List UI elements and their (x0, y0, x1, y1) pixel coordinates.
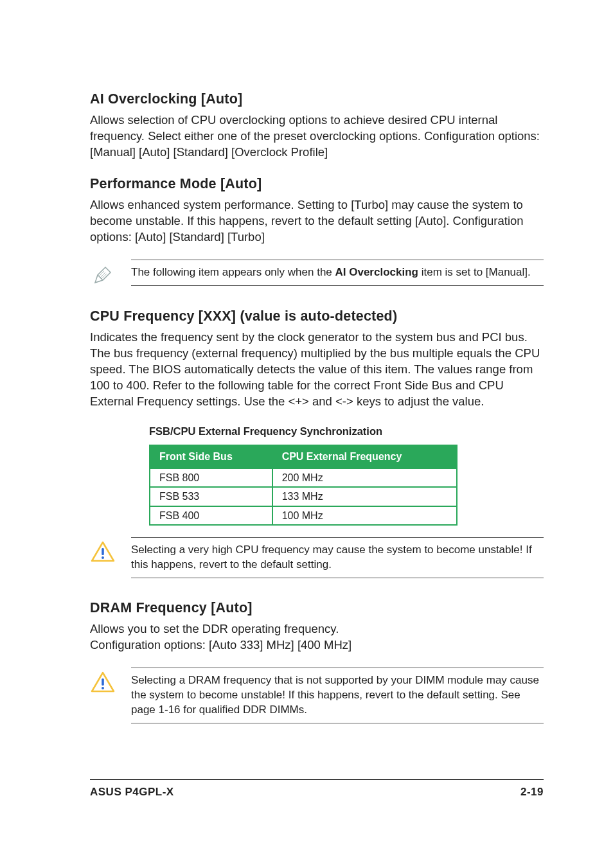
table-header-row: Front Side Bus CPU External Frequency (150, 445, 457, 468)
heading-dram-frequency: DRAM Frequency [Auto] (90, 599, 544, 617)
table-caption: FSB/CPU External Frequency Synchronizati… (149, 424, 544, 438)
note-keyword: AI Overclocking (335, 266, 418, 278)
note-post: item is set to [Manual]. (418, 266, 531, 278)
note-ai-overclocking-manual: The following item appears only when the… (90, 260, 544, 287)
footer-page-number: 2-19 (520, 785, 544, 800)
note-text: Selecting a DRAM frequency that is not s… (131, 668, 544, 723)
svg-line-3 (100, 272, 105, 278)
table-row: FSB 533 133 MHz (150, 487, 457, 506)
footer-product: ASUS P4GPL-X (90, 785, 174, 800)
caution-icon (90, 537, 116, 563)
caution-icon (90, 668, 116, 693)
paragraph-dram-frequency: Allows you to set the DDR operating freq… (90, 621, 544, 653)
cell-freq: 133 MHz (272, 487, 457, 506)
note-text: Selecting a very high CPU frequency may … (131, 537, 544, 578)
th-cpu-ext: CPU External Frequency (272, 445, 457, 468)
heading-cpu-frequency: CPU Frequency [XXX] (value is auto-detec… (90, 307, 544, 326)
cell-freq: 100 MHz (272, 506, 457, 526)
paragraph-cpu-frequency: Indicates the frequency sent by the cloc… (90, 330, 544, 410)
note-dram-frequency-caution: Selecting a DRAM frequency that is not s… (90, 668, 544, 723)
th-fsb: Front Side Bus (150, 445, 272, 468)
heading-ai-overclocking: AI Overclocking [Auto] (90, 90, 544, 109)
cell-fsb: FSB 400 (150, 506, 272, 526)
cell-fsb: FSB 533 (150, 487, 272, 506)
paragraph-ai-overclocking: Allows selection of CPU overclocking opt… (90, 112, 544, 161)
cell-fsb: FSB 800 (150, 468, 272, 488)
svg-line-1 (105, 267, 111, 272)
svg-point-6 (102, 556, 104, 559)
note-text: The following item appears only when the… (131, 260, 544, 286)
table-row: FSB 400 100 MHz (150, 506, 457, 526)
cell-freq: 200 MHz (272, 468, 457, 488)
svg-line-2 (99, 271, 104, 276)
svg-line-4 (102, 274, 107, 279)
pencil-icon (90, 260, 116, 287)
note-pre: The following item appears only when the (131, 266, 335, 278)
page-footer: ASUS P4GPL-X 2-19 (90, 779, 544, 800)
table-row: FSB 800 200 MHz (150, 468, 457, 488)
heading-performance-mode: Performance Mode [Auto] (90, 175, 544, 193)
paragraph-performance-mode: Allows enhanced system performance. Sett… (90, 197, 544, 245)
svg-rect-7 (102, 678, 104, 686)
fsb-table: Front Side Bus CPU External Frequency FS… (149, 445, 458, 526)
note-cpu-frequency-caution: Selecting a very high CPU frequency may … (90, 537, 544, 578)
svg-point-8 (102, 687, 104, 689)
svg-rect-5 (102, 548, 104, 555)
